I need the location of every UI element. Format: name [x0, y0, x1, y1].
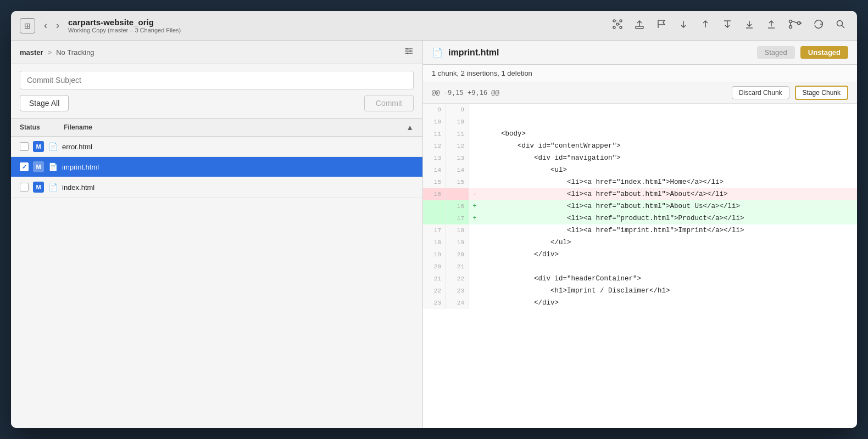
line-num-old: 19 [423, 249, 446, 261]
diff-line-marker [469, 273, 480, 285]
unstaged-button[interactable]: Unstaged [800, 46, 848, 59]
line-num-new: 14 [446, 164, 469, 176]
repo-subtitle: Working Copy (master – 3 Changed Files) [68, 27, 181, 33]
line-num-new: 13 [446, 152, 469, 164]
file-checkbox-index[interactable] [20, 183, 29, 192]
svg-point-4 [616, 23, 619, 25]
diff-line: 17+ <li><a href="product.html">Product</… [423, 212, 857, 224]
svg-point-14 [837, 21, 843, 26]
line-num-new: 17 [446, 212, 469, 224]
commit-button[interactable]: Commit [364, 95, 414, 111]
diff-line-code: </div> [480, 297, 857, 309]
diff-line-marker [469, 116, 480, 128]
diff-content: 99 1010 1111 <body>1212 <div id="content… [423, 104, 857, 428]
file-type-icon-imprint: 📄 [48, 162, 58, 171]
diff-line-marker: - [469, 188, 480, 200]
svg-point-20 [410, 50, 411, 52]
stage-chunk-button[interactable]: Stage Chunk [795, 86, 848, 100]
diff-line-marker [469, 152, 480, 164]
diff-line-code: <ul> [480, 164, 857, 176]
discard-chunk-button[interactable]: Discard Chunk [732, 86, 789, 99]
list-item[interactable]: M 📄 index.html [11, 177, 422, 198]
svg-point-12 [789, 26, 792, 29]
staged-button[interactable]: Staged [757, 46, 795, 59]
diff-line-code: <li><a href="imprint.html">Imprint</a></… [480, 224, 857, 237]
diff-line: 1010 [423, 116, 857, 128]
list-item[interactable]: M 📄 imprint.html [11, 157, 422, 177]
svg-point-3 [620, 26, 622, 29]
col-status-header: Status [20, 123, 64, 131]
line-num-new: 18 [446, 224, 469, 237]
pull-icon-btn[interactable] [676, 16, 691, 35]
diff-line-code: <body> [480, 128, 857, 140]
diff-line-code: <li><a href="product.html">Product</a></… [480, 212, 857, 224]
diff-line: 1212 <div id="contentWrapper"> [423, 140, 857, 152]
list-item[interactable]: M 📄 error.html [11, 137, 422, 157]
scatter-icon-btn[interactable] [610, 16, 625, 35]
line-num-new: 12 [446, 140, 469, 152]
nav-buttons: ‹ › [41, 19, 63, 32]
push-down-icon-btn[interactable] [720, 16, 735, 35]
diff-file-icon: 📄 [432, 47, 443, 58]
branch-icon-btn[interactable] [786, 16, 804, 35]
diff-file-name: imprint.html [448, 48, 752, 58]
diff-stats: 1 chunk, 2 insertions, 1 deletion [423, 65, 857, 82]
diff-line-marker [469, 224, 480, 237]
refresh-icon-btn[interactable] [811, 16, 826, 35]
diff-line: 2021 [423, 261, 857, 273]
line-num-old [423, 212, 446, 224]
back-button[interactable]: ‹ [41, 19, 51, 32]
branch-tracking: No Tracking [56, 48, 94, 57]
diff-line: 1414 <ul> [423, 164, 857, 176]
repo-icon: ⊞ [20, 18, 35, 33]
download-icon-btn[interactable] [742, 16, 757, 35]
collapse-button[interactable]: ▲ [406, 123, 414, 132]
push-up-icon-btn[interactable] [698, 16, 713, 35]
diff-line-marker [469, 128, 480, 140]
forward-button[interactable]: › [53, 19, 63, 32]
col-filename-header: Filename [64, 123, 406, 131]
diff-line-marker [469, 261, 480, 273]
share-icon-btn[interactable] [632, 16, 647, 35]
diff-line-code: <li><a href="index.html">Home</a></li> [480, 176, 857, 188]
line-num-old: 13 [423, 152, 446, 164]
flag-icon-btn[interactable] [654, 16, 669, 35]
branch-bar: master > No Tracking [11, 41, 422, 64]
line-num-new: 24 [446, 297, 469, 309]
commit-area: Stage All Commit [11, 64, 422, 119]
file-type-icon-error: 📄 [48, 142, 58, 151]
diff-line: 16+ <li><a href="about.html">About Us</a… [423, 200, 857, 212]
diff-stats-text: 1 chunk, 2 insertions, 1 deletion [432, 69, 532, 77]
diff-line: 1111 <body> [423, 128, 857, 140]
diff-line: 1515 <li><a href="index.html">Home</a></… [423, 176, 857, 188]
diff-line-code [480, 261, 857, 273]
diff-line-code [480, 116, 857, 128]
line-num-new: 21 [446, 261, 469, 273]
stage-all-button[interactable]: Stage All [20, 95, 69, 111]
status-badge-error: M [33, 141, 44, 152]
diff-line-marker [469, 140, 480, 152]
repo-title: carparts-website_orig [68, 18, 181, 27]
line-num-old: 12 [423, 140, 446, 152]
line-num-old: 22 [423, 285, 446, 297]
branch-settings-button[interactable] [404, 46, 414, 58]
diff-line-code: </ul> [480, 237, 857, 249]
search-icon-btn[interactable] [833, 16, 848, 35]
line-num-old: 11 [423, 128, 446, 140]
svg-point-0 [613, 20, 615, 22]
commit-subject-input[interactable] [20, 71, 414, 89]
diff-line-code: <li><a href="about.html">About Us</a></l… [480, 200, 857, 212]
svg-point-2 [613, 26, 615, 29]
file-checkbox-error[interactable] [20, 142, 29, 151]
line-num-old [423, 200, 446, 212]
upload-icon-btn[interactable] [764, 16, 779, 35]
status-badge-index: M [33, 182, 44, 193]
line-num-new: 9 [446, 104, 469, 116]
file-checkbox-imprint[interactable] [20, 162, 29, 171]
diff-line-marker [469, 176, 480, 188]
line-num-new: 20 [446, 249, 469, 261]
line-num-old: 21 [423, 273, 446, 285]
line-num-old: 17 [423, 224, 446, 237]
chunk-header-text: @@ -9,15 +9,16 @@ [432, 89, 726, 97]
svg-point-11 [789, 20, 792, 23]
